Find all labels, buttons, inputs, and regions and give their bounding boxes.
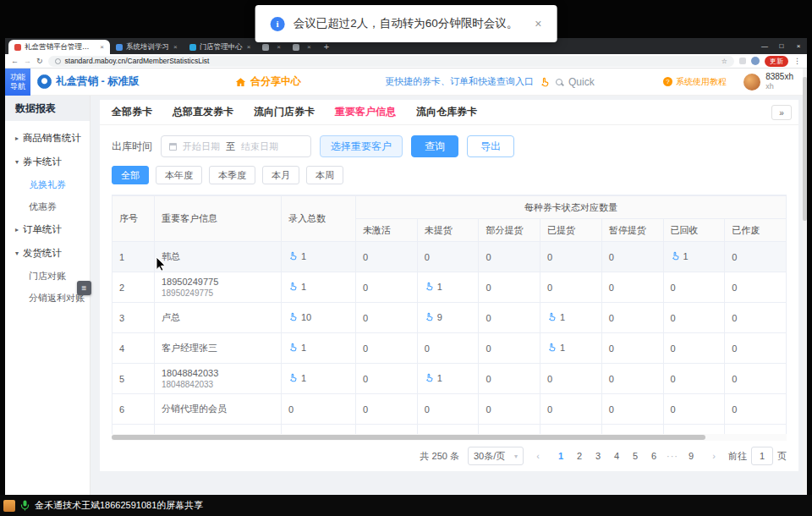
table-row[interactable]: 6分销代理的会员00000000	[112, 394, 787, 425]
goto-page-input[interactable]	[751, 447, 773, 465]
table-row[interactable]: 7唐总2001801000	[112, 425, 787, 435]
table-row[interactable]: 5180488420331804884203310100000	[112, 364, 787, 394]
sidebar-item[interactable]: ▾券卡统计	[5, 150, 90, 173]
bookmark-star-icon[interactable]: ☆	[721, 58, 727, 65]
sidebar-item[interactable]: ▸商品销售统计	[5, 126, 90, 150]
new-tab-button[interactable]: +	[317, 41, 336, 52]
tutorial-link[interactable]: ? 系统使用教程	[663, 76, 727, 88]
group-header: 每种券卡状态对应数量	[356, 196, 787, 219]
content-tab[interactable]: 全部券卡	[112, 105, 152, 119]
search-button[interactable]: 查询	[411, 135, 458, 157]
count-link[interactable]: 1	[547, 343, 565, 353]
pointer-hand-icon	[540, 77, 550, 87]
quick-filter-button[interactable]: 本年度	[156, 166, 202, 184]
collapse-panel-button[interactable]: »	[771, 105, 792, 120]
tab-close-icon[interactable]: ×	[277, 43, 281, 51]
back-icon[interactable]: ←	[11, 58, 19, 65]
cell-status: 0	[725, 333, 787, 364]
count-value: 0	[486, 283, 491, 293]
horizontal-scrollbar[interactable]	[112, 434, 787, 441]
quick-search[interactable]: 更快捷的券卡、订单和快递查询入口 Quick	[385, 75, 595, 88]
cell-status: 0	[479, 303, 540, 333]
toast-close-icon[interactable]: ×	[535, 17, 541, 30]
sidebar-subitem[interactable]: 优惠券	[5, 195, 90, 217]
tutorial-label: 系统使用教程	[676, 76, 727, 88]
next-page-button[interactable]: ›	[708, 451, 720, 461]
maximize-button[interactable]: □	[773, 42, 790, 50]
tab-close-icon[interactable]: ×	[307, 43, 311, 51]
share-center-link[interactable]: 合分享中心	[235, 74, 301, 89]
content-tab[interactable]: 总部直发券卡	[173, 105, 233, 119]
browser-menu-icon[interactable]: ⋮	[793, 58, 801, 65]
browser-profile-avatar[interactable]	[751, 57, 760, 65]
user-menu[interactable]: 8385xh xh	[743, 72, 793, 91]
count-link[interactable]: 1	[288, 282, 306, 292]
count-value: 0	[363, 374, 368, 384]
export-button[interactable]: 导出	[467, 135, 514, 157]
forward-icon[interactable]: →	[24, 58, 31, 65]
count-link[interactable]: 1	[288, 343, 306, 353]
table-row[interactable]: 3卢总100901000	[112, 303, 787, 333]
count-link[interactable]: 1	[547, 312, 565, 322]
site-info-icon[interactable]	[55, 58, 61, 64]
quick-filter-button[interactable]: 本周	[306, 166, 343, 184]
function-nav-button[interactable]: 功能 导航	[5, 69, 30, 96]
browser-tab[interactable]: 系统培训学习×	[110, 40, 184, 54]
content-tab[interactable]: 流向门店券卡	[254, 105, 315, 119]
tab-close-icon[interactable]: ×	[100, 43, 104, 51]
minimize-button[interactable]: —	[756, 42, 773, 50]
count-link[interactable]: 1	[425, 282, 442, 292]
table-row[interactable]: 1韩总10000010	[112, 242, 787, 272]
count-value: 0	[363, 313, 368, 323]
page-list: 123456···9	[552, 451, 700, 461]
browser-tab[interactable]: 礼盒营销平台管理中心×	[8, 40, 110, 54]
url-input[interactable]: standard.maboy.cn/CardMemberStatisticsLi…	[48, 56, 734, 67]
brand-logo-icon	[37, 74, 52, 89]
prev-page-button[interactable]: ‹	[532, 451, 544, 461]
vertical-scrollbar-thumb[interactable]	[803, 77, 807, 221]
page-number[interactable]: 9	[683, 451, 700, 461]
browser-update-button[interactable]: 更新	[765, 56, 788, 67]
tab-close-icon[interactable]: ×	[247, 43, 251, 51]
sidebar-subitem[interactable]: 兑换礼券	[5, 173, 90, 195]
count-link[interactable]: 1	[288, 373, 306, 383]
content-tab[interactable]: 重要客户信息	[335, 105, 396, 119]
page-size-select[interactable]: 30条/页 ▾	[468, 447, 524, 465]
page-number[interactable]: 3	[590, 451, 606, 461]
sidebar-item[interactable]: ▾发货统计	[5, 241, 90, 265]
extension-icon[interactable]	[739, 58, 746, 64]
user-avatar[interactable]	[743, 74, 760, 91]
date-range-input[interactable]: 开始日期 至 结束日期	[161, 135, 311, 157]
count-value: 10	[301, 312, 311, 322]
select-customer-button[interactable]: 选择重要客户	[320, 135, 403, 157]
quick-filter-button[interactable]: 本季度	[209, 166, 255, 184]
refresh-icon[interactable]: ↻	[36, 58, 43, 65]
microphone-icon	[20, 500, 30, 511]
floating-menu-toggle[interactable]: ≡	[77, 281, 91, 295]
page-number[interactable]: 6	[645, 451, 662, 461]
sidebar-item[interactable]: ▸订单统计	[5, 217, 90, 241]
vertical-scrollbar[interactable]	[803, 69, 807, 495]
horizontal-scrollbar-thumb[interactable]	[112, 435, 705, 440]
page-number[interactable]: 5	[627, 451, 644, 461]
tab-close-icon[interactable]: ×	[173, 43, 178, 51]
count-link[interactable]: 1	[425, 373, 442, 383]
quick-filter-button[interactable]: 本月	[262, 166, 299, 184]
count-value: 1	[301, 373, 306, 383]
browser-tab[interactable]: 门店管理中心×	[184, 40, 257, 54]
content-tab[interactable]: 流向仓库券卡	[416, 105, 477, 119]
tab-title: 系统培训学习	[126, 42, 169, 52]
page-number[interactable]: 2	[571, 451, 588, 461]
close-button[interactable]: ×	[790, 42, 807, 50]
count-value: 0	[671, 343, 676, 354]
count-link[interactable]: 10	[288, 312, 311, 322]
quick-filter-button[interactable]: 全部	[112, 166, 149, 184]
page-number[interactable]: 1	[552, 451, 569, 461]
count-value: 1	[301, 251, 306, 261]
table-row[interactable]: 2189502497751895024977510100000	[112, 272, 787, 303]
count-link[interactable]: 9	[425, 312, 442, 322]
page-number[interactable]: 4	[608, 451, 625, 461]
count-link[interactable]: 1	[288, 251, 306, 261]
count-link[interactable]: 1	[671, 251, 689, 261]
table-row[interactable]: 4客户经理张三10001000	[112, 333, 787, 364]
